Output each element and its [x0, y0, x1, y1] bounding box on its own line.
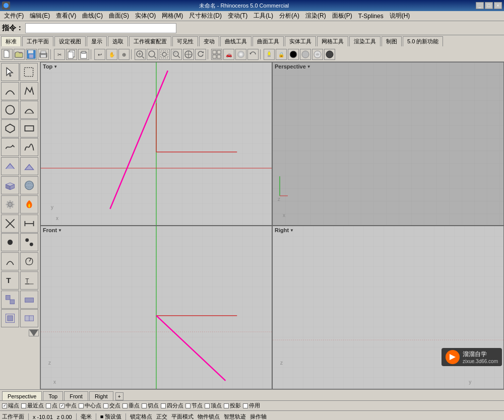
tab-curvetools[interactable]: 曲线工具 [220, 36, 251, 46]
menu-file[interactable]: 文件(F) [1, 11, 27, 21]
vp-tab-right[interactable]: Right [89, 391, 113, 400]
block-tool-4[interactable] [20, 309, 38, 327]
car-button[interactable]: 🚗 [223, 49, 234, 60]
menu-surface[interactable]: 曲面(S) [106, 11, 132, 21]
snap-vertex-checkbox[interactable] [205, 403, 210, 408]
arc2-tool[interactable] [1, 252, 19, 270]
tab-setview[interactable]: 设定视图 [54, 36, 86, 46]
menu-edit[interactable]: 编辑(E) [27, 11, 53, 21]
move-button[interactable]: ⊕ [118, 49, 130, 60]
render-button[interactable] [235, 49, 246, 60]
snap-project-checkbox[interactable] [224, 403, 229, 408]
dim-tool[interactable]: T [20, 271, 38, 290]
snap-disable[interactable]: 停用 [243, 402, 260, 409]
curve-tool-1[interactable] [1, 82, 19, 100]
new-button[interactable] [2, 49, 13, 60]
snap-quadrant-checkbox[interactable] [161, 403, 166, 408]
copy-button[interactable] [66, 49, 77, 60]
object-snap-status[interactable]: 物件锁点 [198, 413, 220, 420]
block-tool-3[interactable] [1, 309, 19, 327]
snap-intersection-checkbox[interactable] [103, 403, 108, 408]
sphere-tool[interactable] [20, 176, 38, 194]
pan-button[interactable]: ✋ [106, 49, 117, 60]
snap-disable-checkbox[interactable] [243, 403, 248, 408]
undo-button[interactable]: ↩ [94, 49, 105, 60]
tab-visibility[interactable]: 可见性 [172, 36, 198, 46]
viewport-front[interactable]: Front ▼ z x [40, 226, 272, 389]
dot-tool-1[interactable] [1, 233, 19, 251]
snap-vertex[interactable]: 顶点 [205, 402, 222, 409]
spline-tool[interactable] [20, 138, 38, 156]
polygon-tool[interactable] [1, 119, 19, 137]
menu-tools[interactable]: 工具(L) [250, 11, 276, 21]
zoom-ext-button[interactable] [135, 49, 146, 60]
lock-button[interactable]: 🔒 [276, 49, 287, 60]
circle-tool[interactable] [1, 101, 19, 119]
rotate2-button[interactable] [247, 49, 259, 60]
vp-tab-add-button[interactable]: + [115, 392, 123, 400]
tab-select[interactable]: 选取 [108, 36, 128, 46]
viewport-right-arrow[interactable]: ▼ [290, 228, 294, 233]
rotate-button[interactable] [195, 49, 206, 60]
block-tool-1[interactable] [1, 291, 19, 309]
snap-point[interactable]: 点 [46, 402, 57, 409]
extend-tool[interactable] [20, 215, 38, 233]
box-tool[interactable] [1, 176, 19, 194]
snap-point-checkbox[interactable] [46, 403, 51, 408]
trim-tool[interactable] [1, 215, 19, 233]
block-tool-2[interactable] [20, 291, 38, 309]
snap-perpendicular[interactable]: 垂点 [122, 402, 140, 409]
minimize-button[interactable]: _ [476, 2, 484, 9]
tab-display[interactable]: 显示 [87, 36, 107, 46]
menu-help[interactable]: 说明(H) [387, 11, 413, 21]
menu-mesh[interactable]: 网格(M) [159, 11, 186, 21]
surface-tool-1[interactable] [1, 157, 19, 175]
arc-tool[interactable] [20, 101, 38, 119]
fire-tool[interactable] [20, 195, 38, 214]
snap-endpoint-checkbox[interactable] [2, 403, 7, 408]
snap-knot[interactable]: 节点 [185, 402, 203, 409]
lock-grid-status[interactable]: 锁定格点 [130, 413, 152, 420]
zoom-in-button[interactable] [147, 49, 158, 60]
snap-midpoint-checkbox[interactable] [59, 403, 65, 408]
viewport-perspective-arrow[interactable]: ▼ [307, 64, 311, 69]
menu-panel[interactable]: 面板(P) [329, 11, 355, 21]
planar-status[interactable]: 平面模式 [171, 413, 194, 420]
snap-knot-checkbox[interactable] [185, 403, 191, 408]
tab-viewconfig[interactable]: 工作视窗配置 [129, 36, 171, 46]
tab-meshtools[interactable]: 网格工具 [317, 36, 348, 46]
sphere1-button[interactable] [300, 49, 311, 60]
settings-tool[interactable] [1, 195, 19, 214]
color-button[interactable] [288, 49, 299, 60]
tab-solidtools[interactable]: 实体工具 [285, 36, 316, 46]
maximize-button[interactable]: □ [485, 2, 493, 9]
save-button[interactable] [26, 49, 37, 60]
expand-tools-button[interactable] [29, 329, 39, 336]
surface-tool-2[interactable] [20, 157, 38, 175]
window-controls[interactable]: _ □ × [476, 2, 502, 9]
select-region-button[interactable] [20, 63, 38, 81]
viewport-perspective[interactable]: Perspective ▼ z x [272, 62, 504, 226]
viewport-top[interactable]: Top ▼ y x [40, 62, 272, 226]
viewport-front-arrow[interactable]: ▼ [58, 228, 62, 233]
snap-nearest-checkbox[interactable] [21, 403, 26, 408]
close-button[interactable]: × [494, 2, 502, 9]
tab-standard[interactable]: 标准 [1, 36, 21, 46]
gumball-status[interactable]: 操作轴 [250, 413, 267, 420]
rect-tool[interactable] [20, 119, 38, 137]
zoom-sel-button[interactable] [171, 49, 182, 60]
sphere2-button[interactable] [312, 49, 323, 60]
menu-transform[interactable]: 变动(T) [225, 11, 250, 21]
snap-tangent-checkbox[interactable] [142, 403, 147, 408]
zoom-window-button[interactable] [159, 49, 170, 60]
light-button[interactable] [264, 49, 275, 60]
tab-surfacetools[interactable]: 曲面工具 [253, 36, 284, 46]
menu-tsplines[interactable]: T-Splines [355, 12, 387, 21]
snap-center[interactable]: 中心点 [79, 402, 101, 409]
snap-quadrant[interactable]: 四分点 [161, 402, 183, 409]
tab-workplane[interactable]: 工作平面 [22, 36, 53, 46]
viewport4-button[interactable] [211, 49, 222, 60]
print-button[interactable] [38, 49, 49, 60]
paste-button[interactable] [78, 49, 89, 60]
dot-tool-2[interactable] [20, 233, 38, 251]
